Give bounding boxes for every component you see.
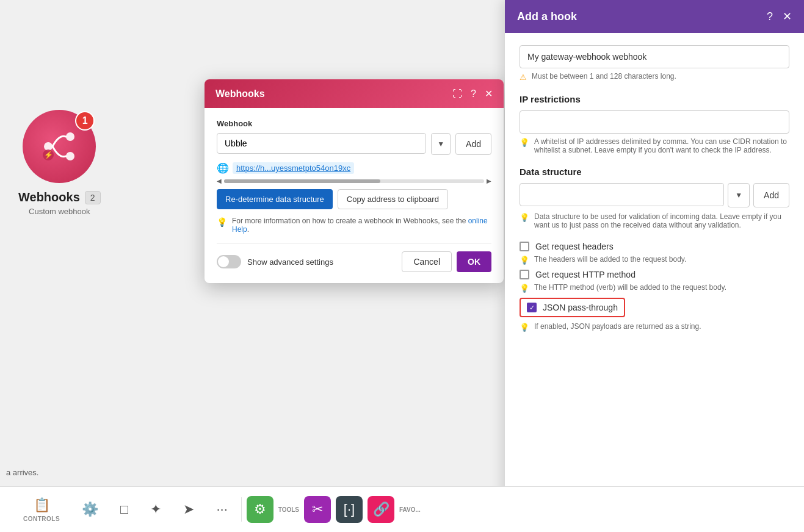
svg-text:⚡: ⚡ xyxy=(44,150,53,159)
toolbar-group-more[interactable]: ··· xyxy=(205,501,238,517)
dialog-cancel-btn[interactable]: Cancel xyxy=(402,251,452,272)
ip-hint: 💡 A whitelist of IP addresses delimited … xyxy=(520,137,789,154)
toolbar-group-controls[interactable]: 📋 CONTROLS xyxy=(12,497,71,522)
data-structure-hint: 💡 Data structure to be used for validati… xyxy=(520,212,789,229)
name-hint: ⚠ Must be between 1 and 128 characters l… xyxy=(520,72,789,82)
json-passthrough-highlight: JSON pass-through xyxy=(520,298,625,317)
data-structure-field-group: Data structure ▼ Add 💡 Data structure to… xyxy=(520,167,789,229)
json-passthrough-checkbox[interactable] xyxy=(527,303,537,312)
webhook-add-button[interactable]: Add xyxy=(455,133,491,155)
add-hook-close-icon[interactable]: ✕ xyxy=(783,10,792,23)
get-http-hint-text: The HTTP method (verb) will be added to … xyxy=(534,283,726,292)
webhooks-dialog-header-icons: ⛶ ? ✕ xyxy=(452,88,493,99)
svg-point-0 xyxy=(44,142,53,151)
get-http-checkbox[interactable] xyxy=(520,270,529,279)
more-icon: ··· xyxy=(216,501,227,517)
webhook-toolbar-icon: 🔗 xyxy=(373,501,389,517)
scroll-left-arrow[interactable]: ◀ xyxy=(217,178,222,184)
get-http-hint-icon: 💡 xyxy=(520,284,529,293)
svg-point-1 xyxy=(66,132,74,141)
get-http-row: Get request HTTP method xyxy=(520,270,789,279)
toolbar-separator-1 xyxy=(241,497,242,522)
clipboard-icon: 📋 xyxy=(34,497,50,513)
data-structure-add-btn[interactable]: Add xyxy=(753,183,789,207)
toolbar-group-route[interactable]: ➤ xyxy=(172,501,205,517)
get-http-group: Get request HTTP method 💡 The HTTP metho… xyxy=(520,270,789,293)
bracket-icon: [·] xyxy=(344,501,355,517)
controls-label: CONTROLS xyxy=(23,516,60,522)
webhook-svg-icon: ⚡ xyxy=(41,128,78,165)
webhook-select-row: Ubble ▼ Add xyxy=(217,133,491,155)
add-hook-body: ⚠ Must be between 1 and 128 characters l… xyxy=(505,33,804,489)
data-structure-title: Data structure xyxy=(520,167,789,177)
ip-field-group: IP restrictions 💡 A whitelist of IP addr… xyxy=(520,94,789,154)
advanced-settings-label: Show advanced settings xyxy=(247,257,333,267)
get-headers-label: Get request headers xyxy=(535,242,614,251)
json-passthrough-hint-text: If enabled, JSON payloads are returned a… xyxy=(534,322,701,331)
add-hook-dialog: Add a hook ? ✕ ⚠ Must be between 1 and 1… xyxy=(505,0,804,532)
get-headers-hint: 💡 The headers will be added to the reque… xyxy=(520,255,789,265)
info-row: 💡 For more information on how to create … xyxy=(217,217,491,234)
toolbar-group-notes[interactable]: □ xyxy=(109,501,139,517)
webhook-url-text[interactable]: https://h...uyessmetpto54on19xc xyxy=(233,162,354,174)
webhook-select-dropdown-arrow[interactable]: ▼ xyxy=(431,133,451,155)
favorites-label: FAVO... xyxy=(399,506,421,513)
toolbar-app-tools[interactable]: ⚙ xyxy=(247,496,273,523)
toolbar-app-webhook[interactable]: 🔗 xyxy=(368,496,394,523)
tools-icon: ⚙ xyxy=(254,501,266,517)
copy-address-btn[interactable]: Copy address to clipboard xyxy=(338,189,448,209)
webhook-url-row: 🌐 https://h...uyessmetpto54on19xc xyxy=(217,162,491,174)
ip-section-title: IP restrictions xyxy=(520,94,789,104)
webhook-scroll-bar-row: ◀ ▶ xyxy=(217,178,491,184)
ip-input[interactable] xyxy=(520,110,789,134)
add-hook-header-icons: ? ✕ xyxy=(767,10,792,23)
expand-icon[interactable]: ⛶ xyxy=(452,88,462,99)
webhooks-dialog-header: Webhooks ⛶ ? ✕ xyxy=(205,79,504,108)
advanced-settings-toggle[interactable] xyxy=(217,255,241,268)
gear-icon: ⚙️ xyxy=(82,501,98,517)
json-passthrough-group: JSON pass-through 💡 If enabled, JSON pay… xyxy=(520,298,789,332)
webhooks-dialog-title: Webhooks xyxy=(215,88,265,99)
data-structure-select-row: ▼ Add xyxy=(520,183,789,207)
close-icon[interactable]: ✕ xyxy=(485,88,493,99)
name-hint-icon: ⚠ xyxy=(520,73,527,82)
get-headers-hint-text: The headers will be added to the request… xyxy=(534,255,686,264)
toolbar-app-favorites[interactable]: ✂ xyxy=(304,496,331,523)
bottom-toolbar: 📋 CONTROLS ⚙️ □ ✦ ➤ ··· ⚙ TOOLS ✂ [·] 🔗 … xyxy=(0,486,804,532)
add-hook-header: Add a hook ? ✕ xyxy=(505,0,804,33)
dialog-ok-btn[interactable]: OK xyxy=(457,251,491,272)
webhook-select[interactable]: Ubble xyxy=(217,133,426,154)
webhook-icon-wrap: ⚡ 1 xyxy=(23,110,96,183)
favorites-icon: ✂ xyxy=(312,501,323,517)
get-headers-row: Get request headers xyxy=(520,242,789,251)
toolbar-group-gear[interactable]: ⚙️ xyxy=(71,501,109,517)
notification-badge: 1 xyxy=(75,111,95,131)
json-passthrough-hint: 💡 If enabled, JSON payloads are returned… xyxy=(520,322,789,332)
toolbar-app-bracket[interactable]: [·] xyxy=(336,496,363,523)
get-headers-hint-icon: 💡 xyxy=(520,256,529,265)
data-structure-dropdown-arrow[interactable]: ▼ xyxy=(728,183,750,207)
help-icon[interactable]: ? xyxy=(471,88,476,99)
webhook-section-label: Webhook xyxy=(217,119,491,128)
tools-label: TOOLS xyxy=(278,506,299,513)
name-input[interactable] xyxy=(520,45,789,68)
data-structure-select-wrapper xyxy=(520,183,724,207)
data-structure-select[interactable] xyxy=(520,183,724,206)
webhook-module: ⚡ 1 Webhooks 2 Custom webhook xyxy=(18,110,101,216)
add-hook-help-icon[interactable]: ? xyxy=(767,10,773,23)
add-hook-title: Add a hook xyxy=(517,10,577,23)
re-determine-btn[interactable]: Re-determine data structure xyxy=(217,189,333,209)
svg-point-2 xyxy=(66,152,74,160)
name-hint-text: Must be between 1 and 128 characters lon… xyxy=(532,72,676,81)
wand-icon: ✦ xyxy=(150,501,161,517)
info-icon: 💡 xyxy=(217,217,227,234)
dialog-footer: Show advanced settings Cancel OK xyxy=(217,243,491,272)
name-field-group: ⚠ Must be between 1 and 128 characters l… xyxy=(520,45,789,82)
webhook-select-wrapper: Ubble xyxy=(217,133,426,155)
get-headers-checkbox[interactable] xyxy=(520,242,529,251)
json-passthrough-hint-icon: 💡 xyxy=(520,323,529,332)
scroll-right-arrow[interactable]: ▶ xyxy=(487,178,491,184)
ip-hint-text: A whitelist of IP addresses delimited by… xyxy=(534,137,789,154)
toolbar-group-wand[interactable]: ✦ xyxy=(139,501,172,517)
webhooks-dialog-body: Webhook Ubble ▼ Add 🌐 https://h...uyessm… xyxy=(205,108,504,283)
